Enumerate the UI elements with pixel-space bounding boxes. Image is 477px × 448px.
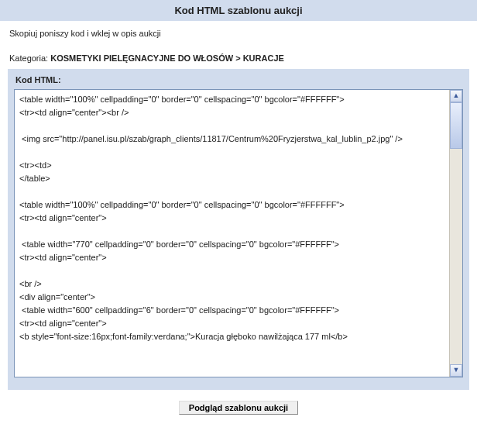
category-label: Kategoria: [9, 53, 48, 63]
instruction-text: Skopiuj poniszy kod i wklej w opis aukcj… [0, 21, 477, 43]
category-path: KOSMETYKI PIELĘGNACYJNE DO WŁOSÓW > KURA… [50, 53, 284, 63]
scrollbar[interactable]: ▲ ▼ [449, 90, 462, 377]
code-panel-label: Kod HTML: [14, 74, 463, 89]
scroll-up-button[interactable]: ▲ [450, 90, 462, 102]
code-panel: Kod HTML: ▲ ▼ [8, 69, 469, 390]
scroll-down-button[interactable]: ▼ [450, 364, 462, 377]
code-textarea-wrap: ▲ ▼ [14, 89, 463, 377]
scroll-thumb[interactable] [450, 102, 462, 149]
html-code-textarea[interactable] [15, 90, 448, 377]
category-line: Kategoria: KOSMETYKI PIELĘGNACYJNE DO WŁ… [0, 43, 477, 67]
preview-button[interactable]: Podgląd szablonu aukcji [179, 401, 298, 415]
page-title: Kod HTML szablonu aukcji [0, 0, 477, 21]
